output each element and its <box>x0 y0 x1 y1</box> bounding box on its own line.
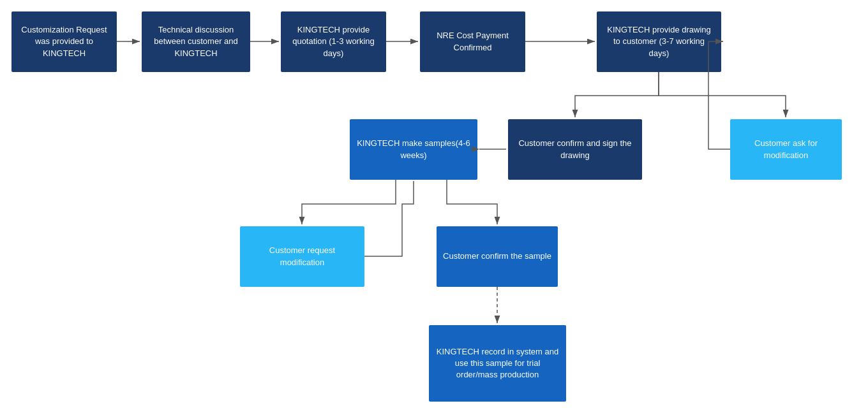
box-quotation: KINGTECH provide quotation (1-3 working … <box>281 11 386 72</box>
box-confirm-sign: Customer confirm and sign the drawing <box>508 119 642 180</box>
box-make-samples: KINGTECH make samples(4-6 weeks) <box>350 119 477 180</box>
box-nre-payment: NRE Cost Payment Confirmed <box>420 11 525 72</box>
box-request-modification: Customer request modification <box>240 226 364 287</box>
flowchart: Customization Request was provided to KI… <box>0 0 868 415</box>
box-technical-discussion: Technical discussion between customer an… <box>142 11 250 72</box>
box-provide-drawing: KINGTECH provide drawing to customer (3-… <box>597 11 721 72</box>
box-ask-modification: Customer ask for modification <box>730 119 842 180</box>
box-customization: Customization Request was provided to KI… <box>11 11 117 72</box>
box-kingtech-record: KINGTECH record in system and use this s… <box>429 325 566 402</box>
box-confirm-sample: Customer confirm the sample <box>437 226 558 287</box>
